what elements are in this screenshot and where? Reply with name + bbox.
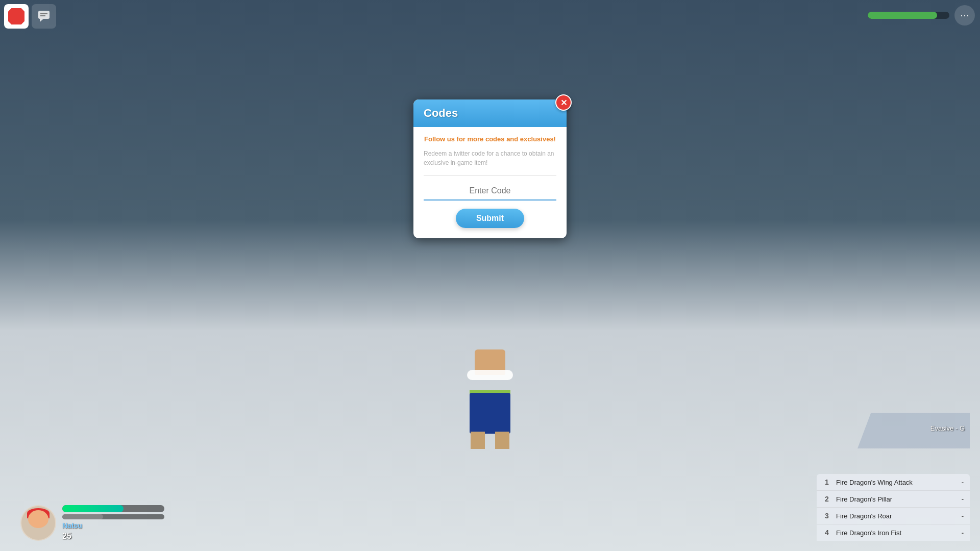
player-stamina-fill — [62, 514, 103, 519]
player-stats: Natsu 25 — [62, 505, 164, 541]
skills-list: 1Fire Dragon's Wing Attack-2Fire Dragon'… — [817, 474, 970, 541]
player-health-fill — [62, 505, 124, 512]
modal-header: Codes ✕ — [413, 99, 567, 127]
modal-body: Follow us for more codes and exclusives!… — [413, 127, 567, 238]
character-sprite — [459, 357, 521, 449]
player-info-panel: Natsu 25 — [20, 505, 164, 541]
modal-title: Codes — [424, 107, 458, 119]
top-left-ui — [4, 4, 56, 29]
char-legs-left — [471, 432, 485, 449]
skill-keybind: - — [962, 495, 964, 503]
skill-name: Fire Dragon's Pillar — [836, 495, 957, 503]
skill-number: 4 — [823, 529, 831, 537]
skill-keybind: - — [962, 529, 964, 537]
player-avatar — [20, 505, 56, 541]
menu-icon: ⋯ — [960, 10, 969, 21]
code-input[interactable] — [424, 182, 556, 201]
char-body — [470, 393, 510, 434]
skill-name: Fire Dragon's Roar — [836, 512, 957, 520]
skill-number: 2 — [823, 495, 831, 503]
svg-rect-0 — [38, 11, 50, 19]
chat-icon — [37, 10, 51, 23]
svg-marker-1 — [40, 19, 43, 22]
skill-row: 3Fire Dragon's Roar- — [817, 508, 970, 524]
skill-number: 1 — [823, 478, 831, 486]
char-legs-right — [495, 432, 509, 449]
top-health-fill — [868, 12, 937, 19]
modal-description: Redeem a twitter code for a chance to ob… — [424, 149, 556, 167]
character-sprite-area — [459, 357, 521, 449]
top-right-ui: ⋯ — [868, 5, 975, 26]
skills-panel: Evasive - G 1Fire Dragon's Wing Attack-2… — [817, 408, 970, 541]
modal-close-button[interactable]: ✕ — [555, 94, 572, 111]
skill-keybind: - — [962, 512, 964, 520]
player-health-bar — [62, 505, 164, 512]
player-level: 25 — [62, 532, 164, 541]
modal-follow-text: Follow us for more codes and exclusives! — [424, 135, 556, 143]
roblox-logo-icon — [8, 8, 24, 24]
skill-row: 2Fire Dragon's Pillar- — [817, 491, 970, 508]
codes-modal: Codes ✕ Follow us for more codes and exc… — [413, 99, 567, 238]
skill-name: Fire Dragon's Iron Fist — [836, 529, 957, 537]
submit-button[interactable]: Submit — [456, 209, 524, 228]
menu-button[interactable]: ⋯ — [954, 5, 975, 26]
chat-button[interactable] — [32, 4, 56, 29]
skill-keybind: - — [962, 479, 964, 486]
player-stamina-bar — [62, 514, 164, 519]
roblox-logo[interactable] — [4, 4, 29, 29]
skill-name: Fire Dragon's Wing Attack — [836, 479, 957, 486]
player-name: Natsu — [62, 521, 164, 530]
evasive-label: Evasive - G — [930, 424, 965, 432]
modal-divider — [424, 176, 556, 176]
skill-number: 3 — [823, 512, 831, 520]
close-icon: ✕ — [560, 98, 567, 108]
avatar-face — [28, 510, 48, 528]
skill-row: 4Fire Dragon's Iron Fist- — [817, 524, 970, 541]
skill-row: 1Fire Dragon's Wing Attack- — [817, 474, 970, 491]
top-health-bar — [868, 12, 949, 19]
char-scarf — [467, 370, 513, 380]
